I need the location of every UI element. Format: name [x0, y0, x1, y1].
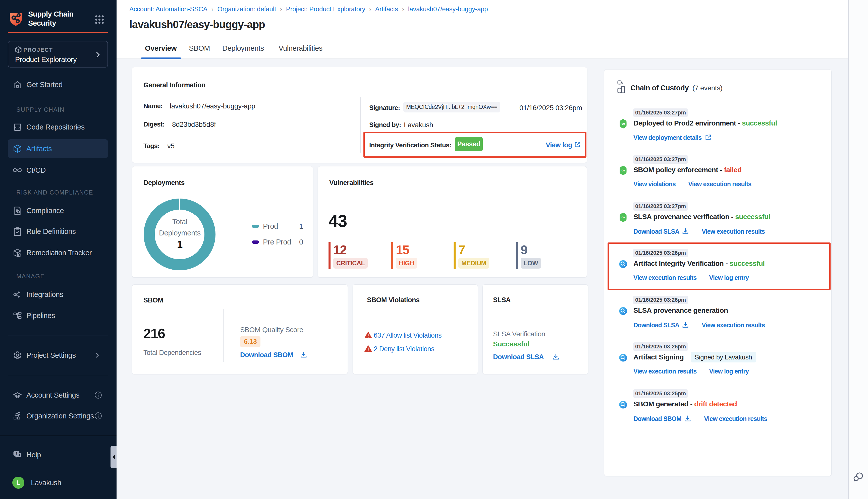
svg-text:?: ?	[15, 452, 17, 455]
svg-text:∞: ∞	[622, 168, 625, 173]
svg-text:∞: ∞	[622, 214, 625, 220]
svg-text:∞: ∞	[622, 121, 625, 126]
